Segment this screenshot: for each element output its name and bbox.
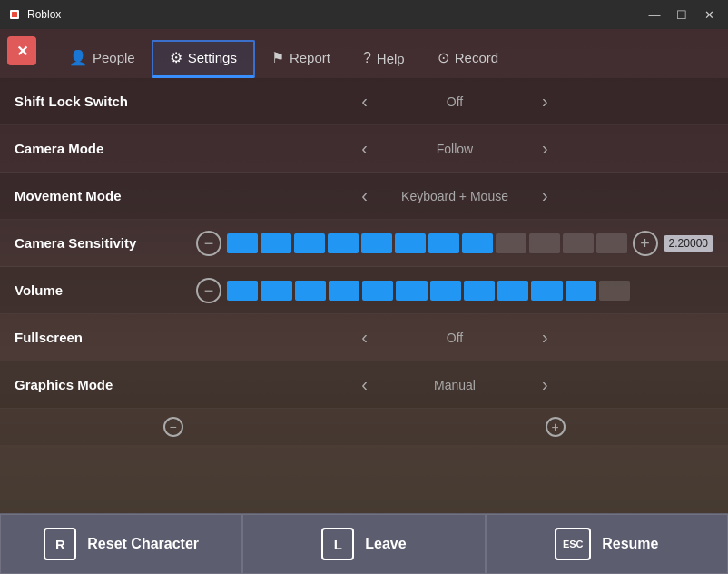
fullscreen-prev[interactable]: ‹ (354, 323, 375, 351)
vol-seg-6[interactable] (430, 281, 461, 301)
vol-seg-0[interactable] (227, 281, 258, 301)
vol-seg-1[interactable] (261, 281, 291, 301)
reset-character-label: Reset Character (87, 536, 199, 552)
tab-settings-label: Settings (188, 50, 237, 65)
shift-lock-value: Off (382, 94, 527, 109)
graphics-mode-prev[interactable]: ‹ (354, 371, 375, 399)
camera-sensitivity-increase[interactable]: + (633, 231, 658, 256)
record-icon: ⊙ (438, 49, 449, 66)
partial-seg-2[interactable] (246, 419, 273, 435)
shift-lock-control: ‹ Off › (196, 87, 713, 115)
partial-seg-5[interactable] (336, 419, 363, 435)
cam-sens-seg-1[interactable] (261, 233, 291, 253)
camera-mode-prev[interactable]: ‹ (354, 134, 375, 163)
camera-sensitivity-decrease[interactable]: − (196, 231, 221, 256)
vol-seg-5[interactable] (396, 281, 427, 301)
shift-lock-next[interactable]: › (535, 87, 556, 115)
cam-sens-seg-0[interactable] (227, 233, 258, 253)
roblox-logo-icon (7, 7, 22, 22)
main-window: ✕ 👤 People ⚙ Settings ⚑ Report ? Help ⊙ … (0, 29, 728, 574)
cam-sens-seg-7[interactable] (462, 233, 493, 253)
partial-seg-6[interactable] (366, 419, 393, 435)
cam-sens-seg-4[interactable] (361, 233, 392, 253)
settings-icon: ⚙ (170, 49, 182, 66)
partial-seg-9[interactable] (456, 419, 483, 435)
cam-sens-seg-10[interactable] (563, 233, 594, 253)
partial-seg-4[interactable] (306, 419, 333, 435)
tab-record-label: Record (455, 50, 498, 65)
leave-button[interactable]: L Leave (242, 514, 485, 574)
content-panel: ✕ 👤 People ⚙ Settings ⚑ Report ? Help ⊙ … (0, 29, 728, 574)
cam-sens-seg-3[interactable] (328, 233, 359, 253)
setting-graphics-mode: Graphics Mode ‹ Manual › (0, 361, 728, 409)
camera-mode-label: Camera Mode (15, 141, 196, 156)
volume-decrease[interactable]: − (196, 278, 221, 303)
shift-lock-prev[interactable]: ‹ (354, 87, 375, 115)
vol-seg-7[interactable] (464, 281, 495, 301)
close-panel-button[interactable]: ✕ (7, 36, 36, 65)
vol-seg-4[interactable] (362, 281, 393, 301)
leave-key-badge: L (321, 528, 354, 560)
camera-sensitivity-track[interactable] (227, 233, 627, 253)
partial-seg-1[interactable] (216, 419, 243, 435)
vol-seg-9[interactable] (531, 281, 562, 301)
volume-control: − + 0 (196, 278, 713, 303)
reset-character-button[interactable]: R Reset Character (0, 514, 242, 574)
cam-sens-seg-2[interactable] (294, 233, 325, 253)
tab-help[interactable]: ? Help (347, 43, 421, 78)
cam-sens-seg-9[interactable] (529, 233, 560, 253)
vol-seg-3[interactable] (329, 281, 359, 301)
setting-volume: Volume − + 0 (0, 267, 728, 314)
cam-sens-seg-5[interactable] (395, 233, 426, 253)
fullscreen-value: Off (382, 331, 527, 345)
graphics-mode-control: ‹ Manual › (196, 371, 713, 399)
partial-seg-10[interactable] (486, 419, 513, 435)
partial-decrease-btn[interactable]: − (163, 417, 183, 437)
close-window-button[interactable]: ✕ (697, 5, 721, 24)
title-bar-controls: — ☐ ✕ (643, 5, 721, 24)
resume-label: Resume (602, 536, 658, 552)
vol-seg-11[interactable] (599, 281, 630, 301)
title-bar-left: Roblox (7, 7, 61, 22)
maximize-button[interactable]: ☐ (670, 5, 694, 24)
tab-people-label: People (93, 50, 135, 65)
graphics-mode-label: Graphics Mode (15, 377, 196, 392)
cam-sens-seg-11[interactable] (596, 233, 627, 253)
tab-help-label: Help (377, 51, 405, 66)
minimize-button[interactable]: — (643, 5, 666, 24)
report-icon: ⚑ (271, 49, 284, 66)
partial-seg-3[interactable] (276, 419, 303, 435)
setting-camera-sensitivity: Camera Sensitivity − + 2.20000 (0, 220, 728, 267)
vol-seg-8[interactable] (497, 281, 528, 301)
nav-tabs: 👤 People ⚙ Settings ⚑ Report ? Help ⊙ Re… (45, 33, 728, 78)
partial-seg-8[interactable] (426, 419, 453, 435)
partial-seg-7[interactable] (396, 419, 423, 435)
help-icon: ? (363, 50, 371, 66)
graphics-mode-next[interactable]: › (535, 371, 556, 399)
movement-mode-prev[interactable]: ‹ (354, 182, 375, 210)
window-title: Roblox (27, 8, 61, 21)
cam-sens-seg-6[interactable] (428, 233, 459, 253)
vol-seg-10[interactable] (566, 281, 596, 301)
partial-seg-11[interactable] (516, 419, 543, 435)
resume-key-badge: ESC (555, 528, 591, 560)
fullscreen-next[interactable]: › (535, 323, 556, 351)
vol-seg-2[interactable] (295, 281, 326, 301)
movement-mode-next[interactable]: › (535, 182, 556, 210)
cam-sens-seg-8[interactable] (496, 233, 526, 253)
movement-mode-label: Movement Mode (15, 188, 196, 203)
partial-graphics-slider-row: −+ (0, 409, 728, 445)
setting-camera-mode: Camera Mode ‹ Follow › (0, 125, 728, 173)
partial-increase-btn[interactable]: + (546, 417, 566, 437)
resume-button[interactable]: ESC Resume (486, 514, 728, 574)
camera-mode-next[interactable]: › (535, 134, 556, 163)
tab-people[interactable]: 👤 People (53, 42, 152, 78)
tab-report[interactable]: ⚑ Report (255, 42, 347, 78)
tab-settings[interactable]: ⚙ Settings (152, 40, 255, 78)
svg-rect-1 (12, 12, 17, 17)
fullscreen-control: ‹ Off › (196, 323, 713, 351)
partial-seg-0[interactable] (186, 419, 213, 435)
volume-track[interactable] (227, 281, 630, 301)
tab-report-label: Report (290, 50, 330, 65)
tab-record[interactable]: ⊙ Record (421, 42, 515, 78)
